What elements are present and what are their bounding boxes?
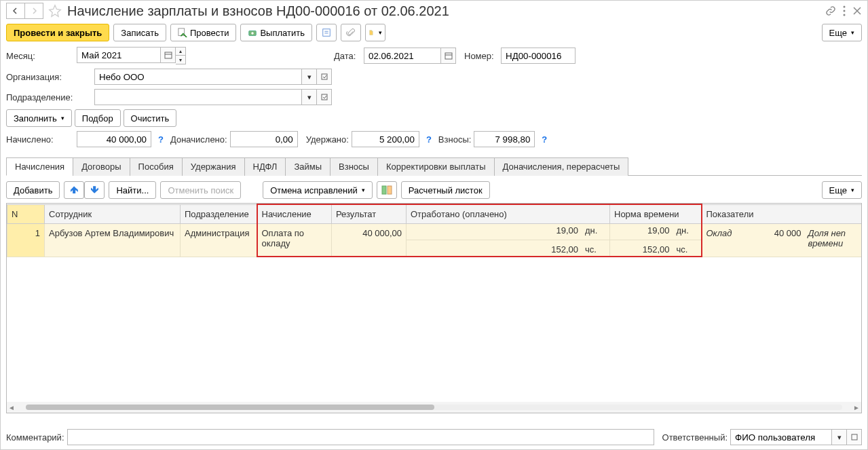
link-icon[interactable] [825, 5, 836, 16]
cell-norm: 19,00 дн. 152,00 чс. [610, 224, 702, 257]
more-button[interactable]: Еще▾ [822, 24, 862, 41]
col-employee[interactable]: Сотрудник [45, 204, 181, 224]
tab-loans[interactable]: Займы [285, 157, 331, 176]
calendar-icon[interactable] [161, 47, 176, 63]
clear-button[interactable]: Очистить [124, 109, 177, 127]
contrib-value[interactable] [474, 131, 535, 147]
accrued-label: Начислено: [6, 134, 74, 145]
cell-accrual: Оплата по окладу [257, 224, 332, 257]
responsible-label: Ответственный: [662, 432, 728, 443]
fill-button[interactable]: Заполнить▾ [6, 109, 72, 127]
responsible-input[interactable] [730, 429, 832, 445]
svg-rect-11 [445, 53, 452, 59]
svg-rect-14 [322, 94, 327, 100]
nav-forward[interactable] [24, 3, 43, 19]
dropdown-icon[interactable]: ▾ [302, 69, 317, 85]
number-label: Номер: [464, 51, 498, 61]
tab-corrections[interactable]: Корректировки выплаты [377, 157, 495, 176]
add-row-button[interactable]: Добавить [6, 181, 60, 199]
month-label: Месяц: [6, 51, 74, 61]
post-button[interactable]: Провести [170, 24, 237, 41]
svg-rect-13 [322, 74, 327, 79]
svg-point-1 [844, 10, 846, 12]
date-label: Дата: [334, 51, 361, 61]
svg-rect-9 [165, 52, 172, 58]
dept-label: Подразделение: [6, 92, 92, 102]
horizontal-scrollbar[interactable]: ◄ ► [7, 402, 861, 413]
tab-more-button[interactable]: Еще▾ [822, 181, 862, 199]
tab-benefits[interactable]: Пособия [130, 157, 183, 176]
print-button[interactable]: ▾ [365, 24, 385, 41]
comment-label: Комментарий: [6, 432, 64, 443]
cell-n: 1 [7, 224, 45, 257]
month-input[interactable] [77, 47, 161, 63]
cell-worked: 19,00 дн. 152,00 чс. [407, 224, 610, 257]
tab-contributions[interactable]: Взносы [330, 157, 378, 176]
col-worked[interactable]: Отработано (оплачено) [407, 204, 610, 224]
favorite-star-icon[interactable] [48, 4, 62, 18]
open-icon[interactable] [317, 69, 332, 85]
task-button[interactable] [316, 24, 337, 41]
col-result[interactable]: Результат [332, 204, 407, 224]
contrib-label: Взносы: [438, 134, 472, 145]
org-input[interactable] [94, 69, 302, 85]
caret-down-icon: ▾ [379, 29, 382, 36]
accruals-table[interactable]: N Сотрудник Подразделение Начисление Рез… [7, 204, 862, 257]
comment-input[interactable] [67, 429, 654, 445]
pick-button[interactable]: Подбор [75, 109, 121, 127]
find-button[interactable]: Найти... [109, 181, 156, 199]
open-icon[interactable] [847, 429, 862, 445]
svg-point-5 [252, 32, 254, 35]
svg-point-0 [844, 6, 846, 8]
tab-deductions[interactable]: Удержания [182, 157, 245, 176]
window-title: Начисление зарплаты и взносов НД00-00001… [67, 3, 449, 19]
extra-value[interactable] [230, 131, 298, 147]
cancel-fix-button[interactable]: Отмена исправлений▾ [263, 181, 373, 199]
cell-indicators: Оклад 40 000 Доля неп времени [702, 224, 863, 257]
cell-department: Администрация [181, 224, 257, 257]
cell-employee: Арбузов Артем Владимирович [45, 224, 181, 257]
move-down-button[interactable]: 🡻 [84, 181, 105, 199]
number-input[interactable] [501, 48, 575, 64]
withheld-value[interactable] [352, 131, 419, 147]
pay-button[interactable]: Выплатить [240, 24, 312, 41]
open-icon[interactable] [317, 89, 332, 105]
dept-input[interactable] [94, 89, 302, 105]
cell-result: 40 000,00 [332, 224, 407, 257]
calendar-icon[interactable] [441, 48, 456, 64]
tab-contracts[interactable]: Договоры [73, 157, 130, 176]
col-norm[interactable]: Норма времени [610, 204, 702, 224]
tab-accruals[interactable]: Начисления [6, 157, 73, 176]
svg-rect-6 [323, 29, 331, 37]
help-icon[interactable]: ? [542, 134, 547, 145]
accrued-value[interactable] [77, 131, 151, 147]
col-n[interactable]: N [7, 204, 45, 224]
svg-rect-15 [382, 186, 386, 194]
save-button[interactable]: Записать [113, 24, 166, 41]
show-details-button[interactable] [377, 181, 397, 199]
withheld-label: Удержано: [306, 134, 349, 145]
help-icon[interactable]: ? [426, 134, 432, 145]
month-stepper[interactable]: ▴▾ [176, 47, 186, 64]
move-up-button[interactable]: 🡹 [64, 181, 84, 199]
nav-back[interactable] [6, 3, 25, 19]
svg-point-2 [844, 14, 846, 16]
attach-button[interactable] [341, 24, 361, 41]
svg-rect-17 [852, 434, 857, 440]
close-icon[interactable] [852, 6, 862, 16]
tab-ndfl[interactable]: НДФЛ [244, 157, 286, 176]
kebab-menu-icon[interactable] [843, 5, 846, 16]
table-row[interactable]: 1 Арбузов Артем Владимирович Администрац… [7, 224, 863, 257]
dropdown-icon[interactable]: ▾ [302, 89, 317, 105]
dropdown-icon[interactable]: ▾ [832, 429, 847, 445]
date-input[interactable] [364, 48, 441, 64]
extra-label: Доначислено: [170, 134, 227, 145]
help-icon[interactable]: ? [158, 134, 164, 145]
col-accrual[interactable]: Начисление [257, 204, 332, 224]
col-department[interactable]: Подразделение [181, 204, 257, 224]
col-indicators[interactable]: Показатели [702, 204, 863, 224]
tab-recalc[interactable]: Доначисления, перерасчеты [494, 157, 629, 176]
post-and-close-button[interactable]: Провести и закрыть [6, 24, 109, 41]
payslip-button[interactable]: Расчетный листок [401, 181, 490, 199]
cancel-search-button[interactable]: Отменить поиск [160, 181, 241, 199]
